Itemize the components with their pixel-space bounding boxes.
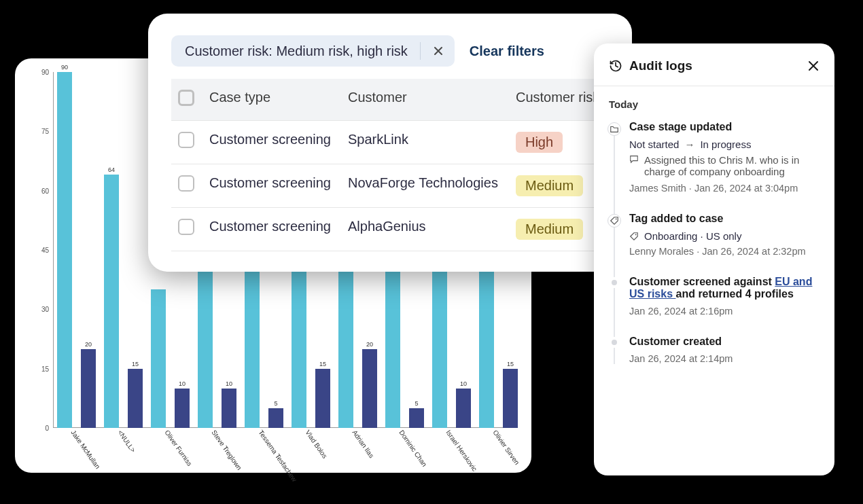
arrow-right-icon: → — [684, 139, 694, 150]
audit-link[interactable]: EU and US risks — [629, 276, 812, 300]
audit-meta: Lenny Morales · Jan 26, 2024 at 2:32pm — [629, 246, 820, 257]
bar-b — [409, 408, 424, 428]
audit-meta: Jan 26, 2024 at 2:16pm — [629, 306, 820, 317]
timeline-dot-icon — [609, 337, 620, 348]
y-tick: 75 — [30, 128, 49, 135]
y-tick: 0 — [30, 425, 49, 432]
x-axis-label: Dominic Chan — [398, 429, 428, 468]
bar-b — [503, 369, 518, 428]
bar-b — [362, 349, 377, 428]
bar-value-label: 5 — [409, 400, 424, 407]
bar-b — [81, 349, 96, 428]
y-tick: 15 — [30, 365, 49, 372]
filter-card: Customer risk: Medium risk, high risk Cl… — [148, 14, 632, 272]
bar-value-label: 15 — [128, 361, 143, 367]
bar-a — [245, 270, 260, 428]
bar-b — [222, 389, 236, 428]
remove-filter-icon[interactable] — [433, 46, 444, 56]
audit-item-title: Customer screened against EU and US risk… — [629, 276, 820, 300]
cell-customer: NovaForge Technologies — [341, 164, 509, 208]
risk-badge: High — [516, 132, 563, 153]
table-row[interactable]: Customer screeningNovaForge Technologies… — [171, 164, 609, 208]
bar-b — [456, 389, 471, 428]
audit-item-title: Case stage updated — [629, 121, 820, 133]
close-icon[interactable] — [807, 60, 820, 72]
row-checkbox[interactable] — [178, 132, 194, 148]
risk-badge: Medium — [516, 175, 583, 196]
x-axis-label: Olivier Sirven — [491, 429, 521, 466]
cell-case-type: Customer screening — [202, 208, 341, 251]
bar-b — [315, 369, 330, 428]
x-axis-label: Adrian Ilas — [351, 429, 375, 459]
x-axis-label: Oliver Furniss — [163, 429, 193, 467]
y-tick: 30 — [30, 306, 49, 313]
bar-value-label: 10 — [175, 380, 190, 387]
audit-today-heading: Today — [609, 98, 820, 110]
audit-meta: James Smith · Jan 26, 2024 at 3:04pm — [629, 183, 820, 194]
table-row[interactable]: Customer screeningSparkLinkHigh — [171, 121, 609, 164]
bar-b — [268, 408, 283, 428]
audit-title: Audit logs — [629, 58, 800, 73]
tag-icon — [607, 214, 621, 228]
audit-note: Assigned this to Chris M. who is in char… — [629, 154, 820, 177]
bar-value-label: 10 — [456, 380, 471, 387]
row-checkbox[interactable] — [178, 175, 194, 192]
timeline-dot-icon — [609, 277, 620, 288]
audit-item: Customer screened against EU and US risk… — [609, 276, 820, 317]
bar-b — [128, 369, 143, 428]
audit-item: Customer createdJan 26, 2024 at 2:14pm — [609, 336, 820, 364]
audit-item: Case stage updatedNot started→In progres… — [609, 121, 820, 194]
bar-a — [198, 270, 213, 428]
history-icon — [609, 59, 622, 73]
y-tick: 90 — [30, 69, 49, 76]
x-axis-label: Vlad Bolos — [304, 429, 328, 459]
svg-point-0 — [616, 219, 617, 220]
risk-badge: Medium — [516, 219, 583, 240]
audit-item-title: Customer created — [629, 336, 820, 348]
col-case-type: Case type — [202, 79, 341, 121]
svg-point-1 — [635, 234, 637, 235]
bar-b — [175, 389, 190, 428]
audit-item: Tag added to caseOnboarding · US onlyLen… — [609, 213, 820, 257]
cell-customer: SparkLink — [341, 121, 509, 164]
x-axis-label: Jake McMullan — [69, 429, 101, 470]
y-tick: 45 — [30, 247, 49, 254]
bar-value-label: 5 — [268, 400, 283, 407]
filter-chip-label: Customer risk: Medium risk, high risk — [185, 43, 408, 59]
audit-item-title: Tag added to case — [629, 213, 820, 225]
select-all-checkbox[interactable] — [178, 90, 194, 106]
clear-filters-button[interactable]: Clear filters — [470, 43, 544, 59]
cell-customer: AlphaGenius — [341, 208, 509, 251]
row-checkbox[interactable] — [178, 219, 194, 235]
table-header-row: Case type Customer Customer risk — [171, 79, 609, 121]
bar-value-label: 90 — [57, 64, 72, 71]
cell-case-type: Customer screening — [202, 164, 341, 208]
x-axis-label: Tessema Tesfachew — [257, 429, 298, 483]
bar-value-label: 20 — [362, 341, 377, 348]
bar-value-label: 64 — [104, 166, 119, 173]
cell-case-type: Customer screening — [202, 121, 341, 164]
bar-a — [151, 289, 166, 428]
col-customer: Customer — [341, 79, 509, 121]
x-axis-label: <NULL> — [116, 429, 137, 454]
stage-transition: Not started→In progress — [629, 139, 820, 150]
bar-a — [104, 175, 119, 428]
audit-panel: Audit logs Today Case stage updatedNot s… — [594, 43, 834, 475]
filter-chip[interactable]: Customer risk: Medium risk, high risk — [171, 35, 455, 67]
bar-a — [57, 72, 72, 428]
bar-value-label: 15 — [315, 361, 330, 367]
table-row[interactable]: Customer screeningAlphaGeniusMedium — [171, 208, 609, 251]
folder-icon — [607, 122, 621, 136]
y-tick: 60 — [30, 187, 49, 194]
audit-tags: Onboarding · US only — [629, 230, 820, 242]
bar-value-label: 20 — [81, 341, 96, 348]
audit-meta: Jan 26, 2024 at 2:14pm — [629, 353, 820, 364]
cases-table: Case type Customer Customer risk Custome… — [171, 79, 609, 251]
bar-value-label: 10 — [222, 380, 236, 387]
bar-value-label: 15 — [503, 361, 518, 367]
x-axis-label: Steve Treglown — [210, 429, 243, 471]
x-axis-label: Israel Herskovic — [444, 429, 478, 473]
